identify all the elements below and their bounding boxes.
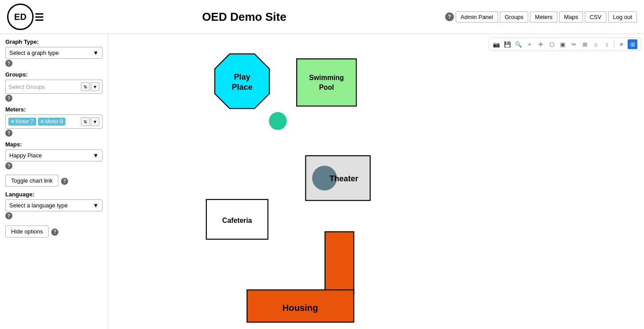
cafeteria-label: Cafeteria (222, 217, 252, 224)
toolbar-crosshair[interactable]: ✛ (536, 39, 545, 49)
language-help[interactable]: ? (5, 212, 12, 219)
maps-label: Maps: (5, 141, 103, 148)
meter-tag-7-label: Meter 7 (15, 119, 34, 125)
housing-tall-shape[interactable] (325, 232, 354, 294)
language-placeholder: Select a language type (9, 202, 68, 209)
graph-type-dropdown[interactable]: Select a graph type ▼ (5, 47, 103, 59)
language-label: Language: (5, 191, 103, 198)
maps-caret: ▼ (93, 152, 99, 159)
housing-label: Housing (282, 303, 318, 313)
language-caret: ▼ (93, 202, 99, 209)
header: ED OED Demo Site ? Admin Panel Groups Me… (0, 0, 644, 34)
groups-button[interactable]: Groups (500, 11, 529, 23)
toolbar-lasso[interactable]: ⬡ (547, 39, 556, 49)
groups-caret-icon[interactable]: ▼ (91, 82, 99, 91)
teal-dot (269, 112, 286, 130)
graph-type-placeholder: Select a graph type (9, 50, 59, 56)
toolbar-list1[interactable]: ≡ (617, 39, 626, 49)
toolbar-zoom[interactable]: 🔍 (514, 39, 523, 49)
graph-type-help[interactable]: ? (5, 60, 12, 67)
maps-dropdown[interactable]: Happy Place ▼ (5, 149, 103, 161)
toolbar-grid[interactable]: ⊞ (628, 39, 637, 49)
meter-tag-8-remove[interactable]: × (41, 119, 44, 125)
toggle-chart-link-row: Toggle chart link ? (5, 175, 103, 187)
toolbar-select[interactable]: ▣ (558, 39, 568, 49)
groups-input[interactable]: Select Groups ⇅ ▼ (5, 80, 103, 94)
hide-options-help[interactable]: ? (51, 229, 58, 236)
toggle-help[interactable]: ? (61, 178, 68, 185)
sidebar: Graph Type: Select a graph type ▼ ? Grou… (0, 34, 108, 329)
graph-type-caret: ▼ (93, 50, 99, 56)
meters-input[interactable]: × Meter 7 × Meter 8 ⇅ ▼ (5, 115, 103, 129)
toolbar-save[interactable]: 💾 (503, 39, 512, 49)
graph-type-label: Graph Type: (5, 38, 103, 45)
logo-circle: ED (7, 4, 34, 30)
groups-placeholder: Select Groups (8, 84, 81, 90)
groups-help[interactable]: ? (5, 95, 12, 102)
swimming-pool-shape[interactable] (297, 59, 356, 106)
maps-value: Happy Place (9, 152, 42, 159)
language-dropdown[interactable]: Select a language type ▼ (5, 199, 103, 211)
toolbar-sep (614, 40, 614, 48)
meter-tag-8[interactable]: × Meter 8 (38, 118, 66, 126)
toolbar-camera[interactable]: 📷 (492, 39, 501, 49)
play-place-label2: Place (232, 83, 252, 92)
chart-toolbar: 📷 💾 🔍 + ✛ ⬡ ▣ ✂ ⊞ ⌂ ↕ ≡ ⊞ (488, 38, 640, 51)
logo: ED (7, 4, 43, 30)
meters-sort-icon[interactable]: ⇅ (81, 117, 90, 126)
swimming-pool-label2: Pool (319, 84, 334, 91)
swimming-pool-label: Swimming (309, 74, 344, 81)
logout-button[interactable]: Log out (608, 11, 637, 23)
meters-input-end: ⇅ ▼ (81, 117, 99, 126)
toolbar-home[interactable]: ⌂ (591, 39, 601, 49)
maps-help[interactable]: ? (5, 162, 12, 169)
hide-options-button[interactable]: Hide options (5, 226, 49, 237)
toolbar-crop[interactable]: ✂ (569, 39, 579, 49)
page-title: OED Demo Site (43, 10, 445, 24)
logo-lines (35, 12, 43, 22)
groups-label: Groups: (5, 71, 103, 78)
toggle-row: Toggle chart link ? (5, 175, 103, 187)
logo-text: ED (14, 12, 27, 22)
play-place-label: Play (234, 73, 250, 81)
meter-tag-7-remove[interactable]: × (11, 119, 14, 125)
admin-panel-button[interactable]: Admin Panel (456, 11, 498, 23)
theater-label: Theater (330, 174, 358, 183)
csv-button[interactable]: CSV (585, 11, 606, 23)
maps-button[interactable]: Maps (559, 11, 583, 23)
meter-tag-7[interactable]: × Meter 7 (8, 118, 36, 126)
hide-options-toggle-row: Hide options ? (5, 226, 103, 237)
map-svg: Play Place Swimming Pool Theater Cafeter… (108, 34, 644, 329)
meters-help[interactable]: ? (5, 130, 12, 137)
toolbar-resize[interactable]: ↕ (602, 39, 612, 49)
groups-input-end: ⇅ ▼ (81, 82, 99, 91)
map-area: 📷 💾 🔍 + ✛ ⬡ ▣ ✂ ⊞ ⌂ ↕ ≡ ⊞ Play Place Swi… (108, 34, 644, 329)
meters-caret-icon[interactable]: ▼ (91, 117, 99, 126)
meters-label: Meters: (5, 106, 103, 113)
toolbar-plus[interactable]: + (525, 39, 534, 49)
meters-button[interactable]: Meters (530, 11, 557, 23)
help-icon[interactable]: ? (445, 12, 454, 21)
header-nav: ? Admin Panel Groups Meters Maps CSV Log… (445, 11, 637, 23)
toggle-chart-link-button[interactable]: Toggle chart link (5, 175, 58, 187)
toolbar-box[interactable]: ⊞ (580, 39, 590, 49)
groups-sort-icon[interactable]: ⇅ (81, 82, 90, 91)
hide-options-row: Hide options ? (5, 226, 103, 237)
main-layout: Graph Type: Select a graph type ▼ ? Grou… (0, 34, 644, 329)
meter-tag-8-label: Meter 8 (45, 119, 63, 125)
